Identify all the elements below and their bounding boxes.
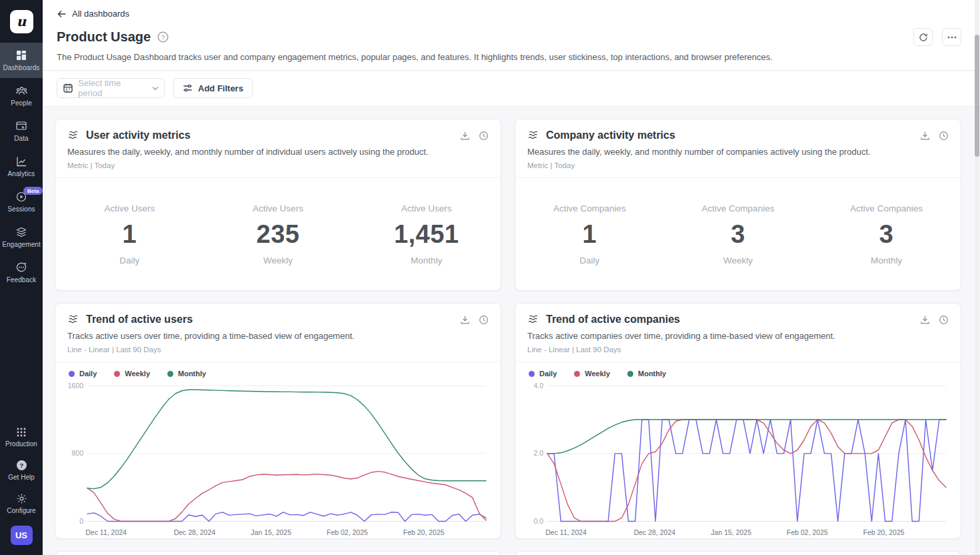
- sidebar-item-production[interactable]: Production: [0, 420, 43, 454]
- chart-legend: Daily Weekly Monthly: [65, 368, 491, 380]
- metrics-row: Active Companies 1 Daily Active Companie…: [515, 178, 961, 290]
- card-title: Company activity metrics: [546, 129, 675, 141]
- sidebar-item-label: Dashboards: [3, 64, 40, 71]
- data-window-icon: [15, 120, 27, 132]
- filter-bar: Select time period Add Filters: [43, 71, 980, 107]
- back-to-all-dashboards[interactable]: All dashboards: [57, 9, 961, 19]
- clock-icon: [479, 131, 489, 141]
- card-partial-left: [55, 551, 501, 555]
- svg-text:2.0: 2.0: [533, 449, 543, 457]
- svg-text:Jan 15, 2025: Jan 15, 2025: [251, 528, 291, 536]
- history-clock-button[interactable]: [939, 131, 949, 141]
- card-description: Measures the daily, weekly, and monthly …: [527, 147, 949, 157]
- scrollbar-thumb[interactable]: [975, 35, 979, 157]
- add-filters-button[interactable]: Add Filters: [173, 78, 253, 98]
- sidebar-item-dashboards[interactable]: Dashboards: [0, 43, 43, 78]
- card-trend-active-users: Trend of active users Tracks active user…: [55, 303, 501, 539]
- svg-text:4.0: 4.0: [533, 382, 543, 390]
- ellipsis-icon: [947, 36, 957, 39]
- sidebar-item-get-help[interactable]: ? Get Help: [0, 454, 43, 487]
- metric-period: Monthly: [411, 255, 442, 265]
- history-clock-button[interactable]: [479, 131, 489, 141]
- more-options-button[interactable]: [942, 28, 961, 46]
- sidebar-item-sessions[interactable]: Beta Sessions: [0, 184, 43, 219]
- svg-text:Jan 15, 2025: Jan 15, 2025: [711, 528, 751, 536]
- svg-text:Feb 02, 2025: Feb 02, 2025: [327, 528, 368, 536]
- sidebar: u Dashboards People Data Analytics Beta …: [0, 0, 43, 555]
- sidebar-item-configure[interactable]: Configure: [0, 487, 43, 520]
- svg-text:Dec 28, 2024: Dec 28, 2024: [174, 528, 216, 536]
- download-button[interactable]: [920, 315, 930, 325]
- sidebar-item-analytics[interactable]: Analytics: [0, 149, 43, 184]
- card-description: Tracks active companies over time, provi…: [527, 331, 949, 341]
- clock-icon: [939, 315, 949, 325]
- userpilot-logo-icon: u: [10, 10, 33, 33]
- legend-dot-monthly: [167, 371, 173, 377]
- card-meta: Line - Linear | Last 90 Days: [67, 346, 489, 354]
- svg-text:0.0: 0.0: [533, 517, 543, 525]
- dashboard-grid: User activity metrics Measures the daily…: [43, 107, 980, 555]
- card-meta: Metric | Today: [527, 161, 949, 169]
- metric-label: Active Companies: [553, 203, 626, 213]
- history-clock-button[interactable]: [939, 315, 949, 325]
- svg-text:Feb 20, 2025: Feb 20, 2025: [403, 528, 445, 536]
- time-period-placeholder: Select time period: [78, 78, 147, 98]
- legend-daily[interactable]: Daily: [529, 370, 557, 378]
- download-icon: [460, 315, 470, 325]
- metric-period: Monthly: [871, 255, 902, 265]
- chevron-down-icon: [152, 86, 159, 91]
- sidebar-item-label: Configure: [7, 507, 35, 514]
- sidebar-item-people[interactable]: People: [0, 78, 43, 113]
- svg-text:Dec 11, 2024: Dec 11, 2024: [545, 528, 587, 536]
- sidebar-item-label: Engagement: [2, 241, 41, 248]
- metric-waves-icon: [527, 314, 540, 326]
- sidebar-item-feedback[interactable]: Feedback: [0, 255, 43, 290]
- back-label: All dashboards: [72, 9, 129, 19]
- metric-value: 1,451: [394, 220, 459, 249]
- dashboards-grid-icon: [15, 49, 27, 61]
- legend-monthly[interactable]: Monthly: [167, 370, 206, 378]
- sidebar-item-label: Feedback: [7, 276, 37, 284]
- metric-value: 3: [731, 220, 745, 249]
- metric-value: 3: [879, 220, 894, 249]
- legend-dot-daily: [69, 371, 75, 377]
- sidebar-item-label: Production: [5, 440, 37, 448]
- download-icon: [920, 131, 930, 141]
- metric-weekly: Active Companies 3 Weekly: [664, 203, 813, 265]
- metric-label: Active Users: [253, 203, 303, 213]
- metric-label: Active Companies: [702, 203, 775, 213]
- beta-badge: Beta: [23, 187, 43, 195]
- user-avatar[interactable]: US: [11, 526, 33, 545]
- sidebar-item-data[interactable]: Data: [0, 113, 43, 149]
- svg-text:Feb 20, 2025: Feb 20, 2025: [863, 528, 905, 536]
- metric-daily: Active Companies 1 Daily: [515, 203, 664, 265]
- download-icon: [460, 131, 470, 141]
- help-question-icon[interactable]: ?: [157, 31, 169, 43]
- download-button[interactable]: [920, 131, 930, 141]
- legend-dot-weekly: [114, 371, 120, 377]
- legend-dot-weekly: [574, 371, 580, 377]
- legend-weekly[interactable]: Weekly: [574, 370, 610, 378]
- card-meta: Line - Linear | Last 90 Days: [527, 346, 949, 354]
- metrics-row: Active Users 1 Daily Active Users 235 We…: [55, 178, 501, 290]
- app-logo[interactable]: u: [0, 0, 43, 43]
- filters-sliders-icon: [183, 83, 193, 93]
- legend-daily[interactable]: Daily: [69, 370, 97, 378]
- chat-bubble-icon: [15, 261, 27, 273]
- legend-monthly[interactable]: Monthly: [627, 370, 666, 378]
- history-clock-button[interactable]: [479, 315, 489, 325]
- page-title: Product Usage: [57, 29, 151, 45]
- refresh-button[interactable]: [913, 28, 933, 46]
- layers-icon: [15, 226, 27, 238]
- add-filters-label: Add Filters: [198, 83, 243, 93]
- download-button[interactable]: [460, 315, 470, 325]
- page-description: The Product Usage Dashboard tracks user …: [57, 52, 961, 62]
- calendar-icon: [63, 83, 73, 93]
- scrollbar-track[interactable]: [975, 0, 979, 555]
- legend-weekly[interactable]: Weekly: [114, 370, 150, 378]
- download-button[interactable]: [460, 131, 470, 141]
- svg-text:Dec 11, 2024: Dec 11, 2024: [85, 528, 127, 536]
- sidebar-item-engagement[interactable]: Engagement: [0, 219, 43, 255]
- metric-label: Active Companies: [850, 203, 923, 213]
- time-period-select[interactable]: Select time period: [57, 78, 165, 98]
